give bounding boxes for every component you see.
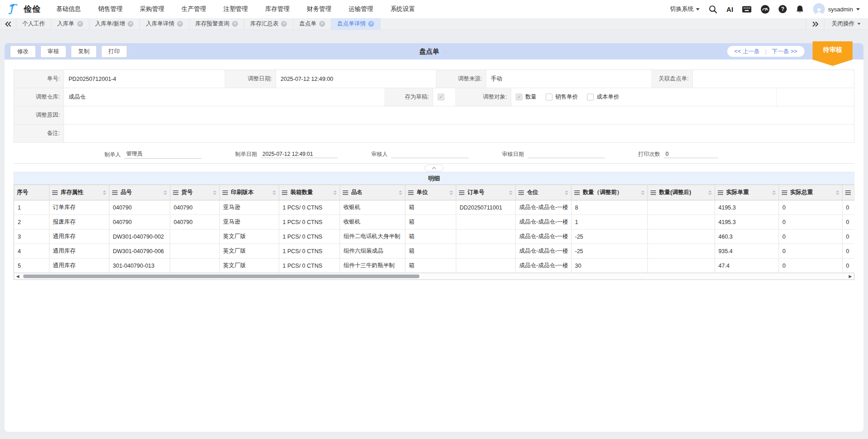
scrollbar-track[interactable] <box>21 273 847 279</box>
menu-item-1[interactable]: 销售管理 <box>98 5 123 13</box>
tab-close-icon[interactable]: × <box>319 21 325 27</box>
remark-value[interactable] <box>64 125 854 142</box>
scroll-tabs-left-icon[interactable] <box>0 18 16 30</box>
horizontal-scrollbar[interactable]: ◀ ▶ <box>14 273 854 280</box>
scrollbar-thumb[interactable] <box>23 274 419 278</box>
tab-close-icon[interactable]: × <box>281 21 287 27</box>
tab-3[interactable]: 入库单详情× <box>140 18 189 30</box>
column-header-印刷版本[interactable]: 印刷版本 <box>219 185 279 200</box>
checkbox-icon[interactable]: ✓ <box>587 94 594 100</box>
tab-6[interactable]: 盘点单× <box>293 18 331 30</box>
audit-button[interactable]: 审核 <box>40 45 66 58</box>
menu-item-8[interactable]: 系统设置 <box>390 5 415 13</box>
app-logo-text[interactable]: 俭俭 <box>24 4 41 15</box>
modify-button[interactable]: 修改 <box>10 45 36 58</box>
column-header-订单号[interactable]: 订单号 <box>456 185 515 200</box>
adjust-target-option-0[interactable]: ✓数量 <box>516 93 537 101</box>
adjust-target-option-1[interactable]: ✓销售单价 <box>546 93 578 101</box>
column-menu-icon[interactable] <box>343 190 348 195</box>
sort-icon[interactable] <box>449 190 453 195</box>
column-header-装箱数量[interactable]: 装箱数量 <box>279 185 340 200</box>
column-menu-icon[interactable] <box>408 190 414 195</box>
collapse-form-button[interactable] <box>424 165 444 171</box>
sort-icon[interactable] <box>213 190 217 195</box>
column-menu-icon[interactable] <box>574 190 580 195</box>
table-row-5[interactable]: 5通用库存301-040790-013英文厂版1 PCS/ 0 CTNS组件十三… <box>14 259 855 273</box>
switch-system-dropdown[interactable]: 切换系统 <box>670 5 700 13</box>
adjust-target-option-2[interactable]: ✓成本单价 <box>587 93 619 101</box>
sort-icon[interactable] <box>399 190 402 195</box>
column-menu-icon[interactable] <box>845 190 851 195</box>
next-record-button[interactable]: 下一条 >> <box>772 48 797 55</box>
tab-5[interactable]: 库存汇总表× <box>244 18 294 30</box>
column-menu-icon[interactable] <box>651 190 656 195</box>
menu-item-4[interactable]: 注塑管理 <box>223 5 248 13</box>
column-header-数量(调整后)[interactable]: 数量(调整后) <box>647 185 715 200</box>
column-header-库存属性[interactable]: 库存属性 <box>49 185 109 200</box>
menu-item-6[interactable]: 财务管理 <box>307 5 331 13</box>
tab-1[interactable]: 入库单× <box>51 18 89 30</box>
sort-icon[interactable] <box>509 190 513 195</box>
column-menu-icon[interactable] <box>782 190 787 195</box>
column-header-仓位[interactable]: 仓位 <box>515 185 571 200</box>
sort-icon[interactable] <box>708 190 712 195</box>
tab-close-icon[interactable]: × <box>128 21 133 27</box>
prev-record-button[interactable]: << 上一条 <box>735 48 760 55</box>
column-header-extra[interactable] <box>842 185 855 200</box>
scroll-right-icon[interactable]: ▶ <box>847 274 854 279</box>
sort-icon[interactable] <box>565 190 568 195</box>
ai-assistant-button[interactable]: AI <box>726 5 733 13</box>
dashboard-icon[interactable] <box>760 5 770 14</box>
column-menu-icon[interactable] <box>718 190 723 195</box>
tab-close-icon[interactable]: × <box>77 21 83 27</box>
tab-close-icon[interactable]: × <box>232 21 238 27</box>
sort-icon[interactable] <box>836 190 839 195</box>
close-actions-dropdown[interactable]: 关闭操作 <box>824 18 868 30</box>
notifications-bell-icon[interactable] <box>795 5 804 14</box>
tab-2[interactable]: 入库单/新增× <box>89 18 140 30</box>
menu-item-7[interactable]: 运输管理 <box>349 5 373 13</box>
column-menu-icon[interactable] <box>52 190 58 195</box>
sort-icon[interactable] <box>333 190 337 195</box>
column-menu-icon[interactable] <box>459 190 464 195</box>
column-menu-icon[interactable] <box>518 190 524 195</box>
table-row-4[interactable]: 4通用库存DW301-040790-006英文厂版1 PCS/ 0 CTNS组件… <box>14 244 855 259</box>
sort-icon[interactable] <box>772 190 776 195</box>
sort-icon[interactable] <box>272 190 276 195</box>
copy-button[interactable]: 复制 <box>71 45 97 58</box>
tab-4[interactable]: 库存预警查询× <box>189 18 244 30</box>
menu-item-2[interactable]: 采购管理 <box>140 5 164 13</box>
tab-close-icon[interactable]: × <box>177 21 183 27</box>
column-menu-icon[interactable] <box>222 190 228 195</box>
user-menu[interactable]: sysadmin <box>813 3 860 15</box>
scroll-left-icon[interactable]: ◀ <box>14 274 21 279</box>
table-row-1[interactable]: 1订单库存040790040790亚马逊1 PCS/ 0 CTNS收银机箱DD2… <box>14 200 855 215</box>
checkbox-icon[interactable]: ✓ <box>516 94 523 100</box>
menu-item-0[interactable]: 基础信息 <box>56 5 81 13</box>
column-header-数量（调整前）[interactable]: 数量（调整前） <box>571 185 647 200</box>
column-menu-icon[interactable] <box>282 190 287 195</box>
column-menu-icon[interactable] <box>173 190 178 195</box>
sort-icon[interactable] <box>641 190 645 195</box>
table-row-2[interactable]: 2报废库存040790040790亚马逊1 PCS/ 0 CTNS收银机箱成品仓… <box>14 215 855 229</box>
column-header-实际总重[interactable]: 实际总重 <box>779 185 842 200</box>
column-header-实际单重[interactable]: 实际单重 <box>715 185 779 200</box>
table-row-3[interactable]: 3通用库存DW301-040790-002英文厂版1 PCS/ 0 CTNS组件… <box>14 229 855 244</box>
menu-item-3[interactable]: 生产管理 <box>182 5 206 13</box>
app-logo-icon[interactable] <box>6 2 20 16</box>
tab-0[interactable]: 个人工作 <box>16 18 51 30</box>
reason-value[interactable] <box>64 106 854 124</box>
print-button[interactable]: 打印 <box>101 45 127 58</box>
draft-checkbox[interactable]: ✓ <box>438 94 444 100</box>
checkbox-icon[interactable]: ✓ <box>546 94 552 100</box>
tab-7[interactable]: 盘点单详情× <box>331 18 381 30</box>
sort-icon[interactable] <box>163 190 167 195</box>
help-icon[interactable]: ? <box>779 5 787 13</box>
menu-item-5[interactable]: 库存管理 <box>265 5 290 13</box>
tab-close-icon[interactable]: × <box>368 21 374 27</box>
sort-icon[interactable] <box>103 190 106 195</box>
column-menu-icon[interactable] <box>112 190 118 195</box>
scroll-tabs-right-icon[interactable] <box>806 18 824 30</box>
keyboard-icon[interactable] <box>742 5 752 14</box>
search-icon[interactable] <box>708 5 718 14</box>
